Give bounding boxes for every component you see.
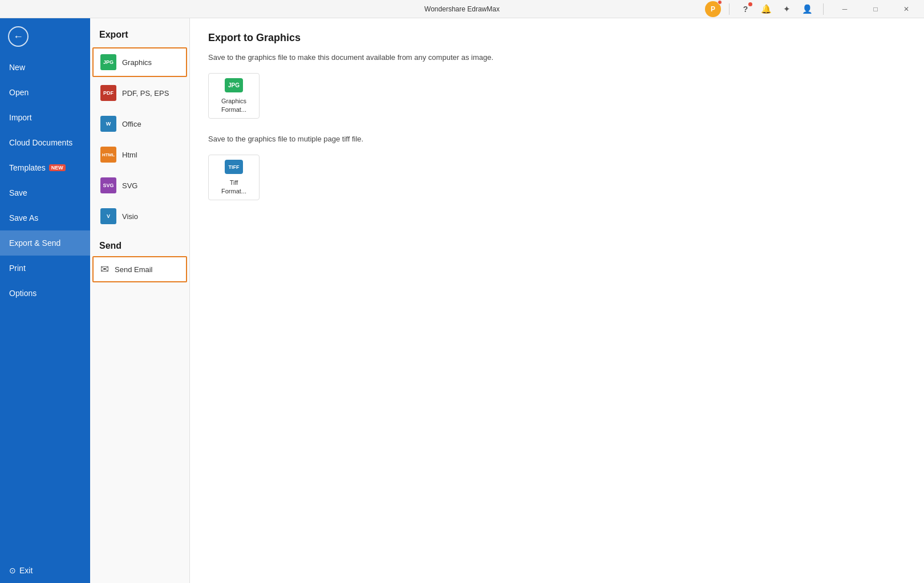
notification-icon[interactable]: 🔔 — [758, 1, 774, 17]
content-area: Export JPG Graphics PDF PDF, PS, EPS W O… — [90, 18, 924, 583]
export-label-pdf: PDF, PS, EPS — [122, 89, 169, 98]
export-item-graphics[interactable]: JPG Graphics — [92, 47, 187, 77]
sidebar-label-templates: Templates — [9, 163, 46, 172]
sidebar-item-import[interactable]: Import — [0, 105, 90, 130]
send-label-email: Send Email — [115, 265, 152, 274]
new-badge: NEW — [49, 164, 66, 171]
sidebar-item-open[interactable]: Open — [0, 80, 90, 105]
minimize-button[interactable]: ─ — [832, 0, 858, 18]
tiff-format-label: TiffFormat... — [221, 179, 246, 195]
main-content: Export to Graphics Save to the graphics … — [190, 18, 924, 583]
sidebar-label-cloud: Cloud Documents — [9, 138, 72, 147]
word-icon: W — [100, 116, 116, 132]
email-icon: ✉ — [100, 263, 109, 276]
settings-icon[interactable]: ✦ — [779, 1, 795, 17]
sidebar-item-saveas[interactable]: Save As — [0, 205, 90, 230]
tiff-format-icon: TIFF — [225, 160, 243, 174]
graphics-format-label: GraphicsFormat... — [221, 97, 246, 114]
sidebar-item-templates[interactable]: Templates NEW — [0, 155, 90, 180]
titlebar-divider — [729, 3, 730, 15]
export-item-html[interactable]: HTML Html — [92, 140, 187, 169]
export-label-html: Html — [122, 151, 137, 159]
sidebar-label-saveas: Save As — [9, 213, 38, 222]
svg-icon: SVG — [100, 177, 116, 193]
sidebar: ← New Open Import Cloud Documents Templa… — [0, 18, 90, 583]
sidebar-item-print[interactable]: Print — [0, 256, 90, 281]
close-button[interactable]: ✕ — [893, 0, 919, 18]
sidebar-item-save[interactable]: Save — [0, 180, 90, 205]
back-circle-icon: ← — [8, 26, 29, 47]
sidebar-item-export[interactable]: Export & Send — [0, 230, 90, 256]
send-item-email[interactable]: ✉ Send Email — [92, 256, 187, 282]
export-item-office[interactable]: W Office — [92, 109, 187, 139]
format-card-graphics[interactable]: JPG GraphicsFormat... — [208, 73, 260, 119]
sidebar-label-import: Import — [9, 113, 32, 122]
format-cards-1: JPG GraphicsFormat... — [208, 73, 906, 119]
account-icon[interactable]: 👤 — [799, 1, 815, 17]
sidebar-label-options: Options — [9, 289, 37, 298]
visio-icon: V — [100, 208, 116, 224]
titlebar-divider2 — [823, 3, 824, 15]
export-item-pdf[interactable]: PDF PDF, PS, EPS — [92, 78, 187, 108]
help-badge — [748, 2, 752, 6]
jpg-icon: JPG — [100, 54, 116, 70]
export-label-graphics: Graphics — [122, 58, 152, 67]
graphics-format-icon: JPG — [225, 78, 243, 92]
sidebar-label-open: Open — [9, 88, 29, 97]
sidebar-label-exit: Exit — [19, 566, 33, 575]
app-title: Wondershare EdrawMax — [424, 5, 500, 13]
export-label-office: Office — [122, 120, 141, 128]
desc1: Save to the graphics file to make this d… — [208, 53, 906, 62]
pdf-icon: PDF — [100, 85, 116, 101]
help-icon[interactable]: ? — [737, 1, 753, 17]
sidebar-label-export: Export & Send — [9, 238, 60, 248]
format-cards-2: TIFF TiffFormat... — [208, 155, 906, 200]
page-title: Export to Graphics — [208, 32, 906, 44]
export-section-title: Export — [90, 18, 189, 47]
maximize-button[interactable]: □ — [862, 0, 889, 18]
desc2: Save to the graphics file to mutiple pag… — [208, 135, 906, 143]
sidebar-label-new: New — [9, 63, 25, 72]
back-button[interactable]: ← — [5, 23, 32, 50]
profile-badge — [718, 0, 722, 5]
export-item-svg[interactable]: SVG SVG — [92, 171, 187, 200]
titlebar: Wondershare EdrawMax P ? 🔔 ✦ 👤 ─ □ ✕ — [0, 0, 924, 18]
sidebar-item-exit[interactable]: ⊙ Exit — [0, 558, 90, 583]
export-panel: Export JPG Graphics PDF PDF, PS, EPS W O… — [90, 18, 190, 583]
html-icon: HTML — [100, 147, 116, 163]
profile-icon[interactable]: P — [705, 1, 721, 17]
export-label-visio: Visio — [122, 212, 138, 221]
send-section-title: Send — [90, 232, 189, 256]
sidebar-item-options[interactable]: Options — [0, 281, 90, 306]
format-card-tiff[interactable]: TIFF TiffFormat... — [208, 155, 260, 200]
export-item-visio[interactable]: V Visio — [92, 201, 187, 231]
sidebar-item-new[interactable]: New — [0, 55, 90, 80]
sidebar-label-save: Save — [9, 188, 27, 197]
export-label-svg: SVG — [122, 181, 137, 190]
sidebar-item-cloud[interactable]: Cloud Documents — [0, 130, 90, 155]
main-container: ← New Open Import Cloud Documents Templa… — [0, 18, 924, 583]
sidebar-label-print: Print — [9, 264, 26, 273]
